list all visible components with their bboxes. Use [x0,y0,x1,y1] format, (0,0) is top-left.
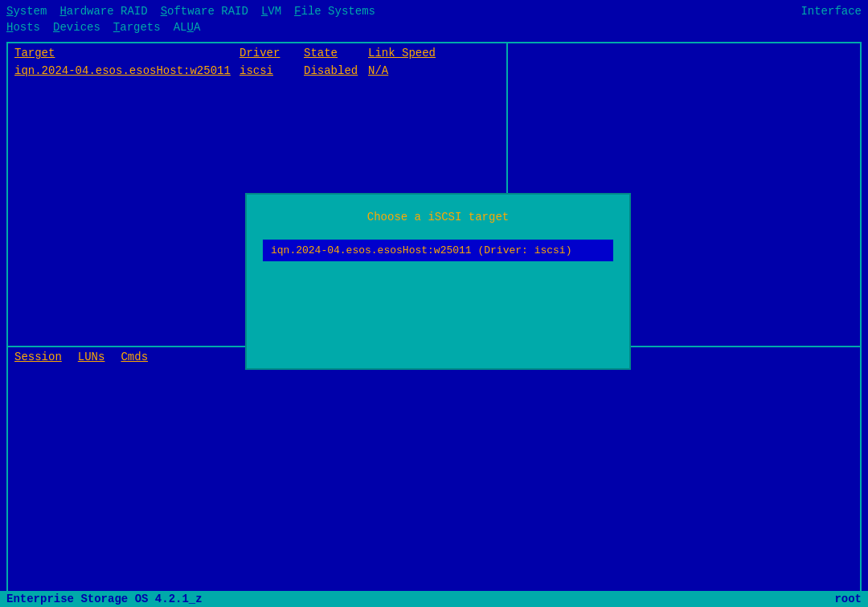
menu-system[interactable]: System [6,5,47,18]
menu-lvm[interactable]: LVM [261,5,281,18]
col-header-state: State [304,47,368,59]
bottom-panel: Session LUNs Cmds [6,347,862,593]
nav-session[interactable]: Session [14,351,62,363]
dialog[interactable]: Choose a iSCSI target iqn.2024-04.esos.e… [245,193,631,370]
nav-luns[interactable]: LUNs [78,351,105,363]
col-header-target: Target [14,47,240,59]
menu-hosts[interactable]: Hosts [6,21,40,34]
nav-cmds[interactable]: Cmds [121,351,148,363]
col-header-driver: Driver [240,47,304,59]
menu-bar: System Hardware RAID Software RAID LVM F… [0,0,868,39]
row-driver: iscsi [240,64,304,77]
row-linkspeed: N/A [368,64,448,77]
menu-software-raid[interactable]: Software RAID [161,5,248,18]
menu-interface[interactable]: Interface [800,5,862,18]
status-right: root [834,593,862,605]
row-state: Disabled [304,64,368,77]
menu-row-2: Hosts Devices Targets ALUA [6,19,862,35]
menu-devices[interactable]: Devices [53,21,100,34]
menu-row-1: System Hardware RAID Software RAID LVM F… [6,3,862,19]
table-header: Target Driver State Link Speed [8,43,860,63]
dialog-title: Choose a iSCSI target [367,211,509,224]
status-left: Enterprise Storage OS 4.2.1_z [6,593,203,605]
menu-hardware-raid[interactable]: Hardware RAID [59,5,147,18]
status-bar: Enterprise Storage OS 4.2.1_z root [0,591,868,607]
row-target: iqn.2024-04.esos.esosHost:w25011 [14,64,240,77]
menu-alua[interactable]: ALUA [174,21,201,34]
menu-targets[interactable]: Targets [113,21,161,34]
dialog-item[interactable]: iqn.2024-04.esos.esosHost:w25011 (Driver… [263,240,613,261]
col-header-linkspeed: Link Speed [368,47,448,59]
menu-filesystems[interactable]: File Systems [294,5,375,18]
table-row[interactable]: iqn.2024-04.esos.esosHost:w25011 iscsi D… [8,63,860,79]
